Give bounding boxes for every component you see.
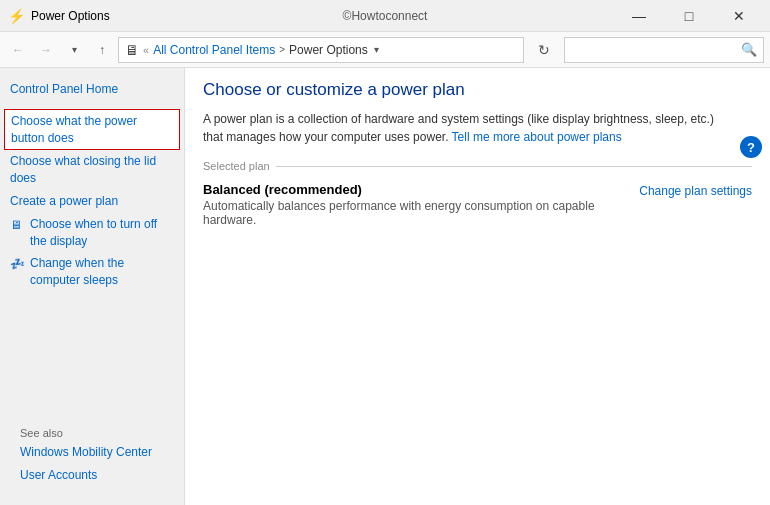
- close-button[interactable]: ✕: [716, 0, 762, 32]
- watermark: ©Howtoconnect: [343, 9, 428, 23]
- search-icon[interactable]: 🔍: [741, 42, 757, 57]
- sidebar-item-mobility[interactable]: Windows Mobility Center: [10, 441, 174, 464]
- title-bar: ⚡ Power Options ©Howtoconnect — □ ✕: [0, 0, 770, 32]
- refresh-button[interactable]: ↻: [532, 38, 556, 62]
- plan-description: Automatically balances performance with …: [203, 199, 639, 227]
- breadcrumb-current: Power Options: [289, 43, 368, 57]
- sidebar: Control Panel Home Choose what the power…: [0, 68, 185, 505]
- selected-plan-section: Selected plan Balanced (recommended) Aut…: [203, 160, 752, 233]
- breadcrumb-dropdown-button[interactable]: ▾: [374, 44, 379, 55]
- plan-name: Balanced (recommended): [203, 182, 639, 197]
- plan-info: Balanced (recommended) Automatically bal…: [203, 182, 639, 227]
- title-left: ⚡ Power Options: [8, 8, 110, 24]
- content-area: Choose or customize a power plan A power…: [185, 68, 770, 505]
- content-title: Choose or customize a power plan: [203, 80, 752, 100]
- title-text: Power Options: [31, 9, 110, 23]
- maximize-button[interactable]: □: [666, 0, 712, 32]
- recent-locations-button[interactable]: ▾: [62, 38, 86, 62]
- plan-item: Balanced (recommended) Automatically bal…: [203, 176, 752, 233]
- sidebar-item-lid-button[interactable]: Choose what closing the lid does: [0, 150, 184, 190]
- sidebar-item-power-button[interactable]: Choose what the power button does: [4, 109, 180, 151]
- sidebar-item-display-off[interactable]: 🖥 Choose when to turn off the display: [0, 213, 184, 253]
- sidebar-item-sleep[interactable]: 💤 Change when the computer sleeps: [0, 252, 184, 292]
- sidebar-bottom: See also Windows Mobility Center User Ac…: [0, 413, 184, 495]
- power-options-icon: ⚡: [8, 8, 25, 24]
- main-content: Control Panel Home Choose what the power…: [0, 68, 770, 505]
- breadcrumb-parent-link[interactable]: All Control Panel Items: [153, 43, 275, 57]
- minimize-button[interactable]: —: [616, 0, 662, 32]
- breadcrumb-bar: 🖥 « All Control Panel Items > Power Opti…: [118, 37, 524, 63]
- search-input[interactable]: [571, 43, 741, 57]
- tell-me-more-link[interactable]: Tell me more about power plans: [452, 130, 622, 144]
- sidebar-control-panel-home[interactable]: Control Panel Home: [0, 78, 184, 101]
- sidebar-top: Control Panel Home Choose what the power…: [0, 78, 184, 292]
- breadcrumb-icon: 🖥: [125, 42, 139, 58]
- content-description: A power plan is a collection of hardware…: [203, 110, 723, 146]
- title-controls: — □ ✕: [616, 0, 762, 32]
- breadcrumb-prefix: «: [143, 44, 149, 56]
- sidebar-item-accounts[interactable]: User Accounts: [10, 464, 174, 487]
- up-button[interactable]: ↑: [90, 38, 114, 62]
- search-box: 🔍: [564, 37, 764, 63]
- display-icon: 🖥: [10, 217, 26, 233]
- change-plan-settings-link[interactable]: Change plan settings: [639, 184, 752, 198]
- breadcrumb-separator: >: [279, 44, 285, 55]
- sidebar-item-create-plan[interactable]: Create a power plan: [0, 190, 184, 213]
- sleep-icon: 💤: [10, 256, 26, 272]
- forward-button[interactable]: →: [34, 38, 58, 62]
- help-button[interactable]: ?: [740, 136, 762, 158]
- address-bar: ← → ▾ ↑ 🖥 « All Control Panel Items > Po…: [0, 32, 770, 68]
- see-also-label: See also: [10, 423, 174, 441]
- selected-plan-label: Selected plan: [203, 160, 752, 172]
- back-button[interactable]: ←: [6, 38, 30, 62]
